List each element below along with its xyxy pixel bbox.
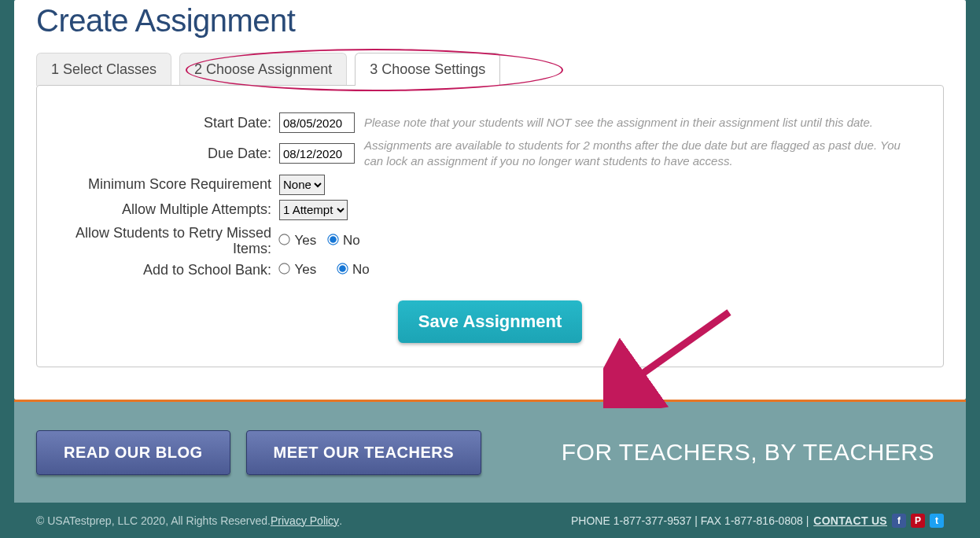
- settings-table: Start Date: Please note that your studen…: [51, 108, 921, 283]
- retry-no-label: No: [343, 233, 360, 248]
- row-retry: Allow Students to Retry Missed Items: Ye…: [51, 225, 921, 257]
- row-attempts: Allow Multiple Attempts: 1 Attempt: [51, 200, 921, 220]
- label-attempts: Allow Multiple Attempts:: [51, 200, 279, 220]
- footer-tagline: FOR TEACHERS, BY TEACHERS: [562, 439, 934, 466]
- privacy-policy-link[interactable]: Privacy Policy: [271, 514, 339, 527]
- bottom-bar: © USATestprep, LLC 2020, All Rights Rese…: [14, 503, 966, 538]
- label-min-score: Minimum Score Requirement: [51, 175, 279, 195]
- pinterest-icon[interactable]: P: [911, 514, 925, 528]
- label-bank: Add to School Bank:: [51, 262, 279, 278]
- copyright-text: © USATestprep, LLC 2020, All Rights Rese…: [36, 514, 271, 527]
- bank-yes-radio[interactable]: [278, 263, 289, 275]
- read-blog-button[interactable]: READ OUR BLOG: [36, 430, 230, 475]
- tab-choose-assignment[interactable]: 2 Choose Assignment: [179, 53, 347, 86]
- row-bank: Add to School Bank: Yes No: [51, 262, 921, 278]
- retry-yes-label: Yes: [294, 233, 316, 248]
- footer-strip: READ OUR BLOG MEET OUR TEACHERS FOR TEAC…: [14, 402, 966, 503]
- tabs-row: 1 Select Classes 2 Choose Assignment 3 C…: [14, 53, 966, 86]
- tab-choose-settings[interactable]: 3 Choose Settings: [355, 53, 500, 86]
- page-title: Create Assignment: [14, 0, 966, 53]
- bank-no-label: No: [352, 262, 370, 277]
- min-score-select[interactable]: None: [279, 175, 325, 195]
- row-start-date: Start Date: Please note that your studen…: [51, 112, 921, 133]
- retry-yes-radio[interactable]: [278, 234, 289, 245]
- retry-no-radio[interactable]: [327, 234, 338, 245]
- bottom-right: PHONE 1-877-377-9537 | FAX 1-877-816-080…: [571, 514, 944, 528]
- bank-yes-label: Yes: [294, 262, 316, 277]
- settings-panel: Start Date: Please note that your studen…: [36, 85, 944, 367]
- tab-select-classes[interactable]: 1 Select Classes: [36, 53, 171, 86]
- hint-start-date: Please note that your students will NOT …: [355, 112, 921, 133]
- phone-fax-text: PHONE 1-877-377-9537 | FAX 1-877-816-080…: [571, 514, 809, 527]
- row-min-score: Minimum Score Requirement None: [51, 175, 921, 195]
- copyright-suffix: .: [339, 514, 342, 527]
- save-assignment-button[interactable]: Save Assignment: [398, 300, 583, 343]
- label-start-date: Start Date:: [51, 112, 279, 133]
- tab-label: 1 Select Classes: [51, 61, 157, 78]
- row-due-date: Due Date: Assignments are available to s…: [51, 138, 921, 170]
- twitter-icon[interactable]: t: [930, 514, 944, 528]
- due-date-input[interactable]: [279, 143, 355, 164]
- label-due-date: Due Date:: [51, 138, 279, 170]
- hint-due-date: Assignments are available to students fo…: [355, 138, 921, 170]
- contact-us-link[interactable]: CONTACT US: [813, 514, 887, 527]
- main-card: Create Assignment 1 Select Classes 2 Cho…: [14, 0, 966, 400]
- meet-teachers-button[interactable]: MEET OUR TEACHERS: [246, 430, 482, 475]
- app-frame: Create Assignment 1 Select Classes 2 Cho…: [0, 0, 980, 538]
- save-row: Save Assignment: [51, 283, 929, 343]
- bank-no-radio[interactable]: [337, 263, 348, 275]
- label-retry: Allow Students to Retry Missed Items:: [51, 225, 279, 257]
- attempts-select[interactable]: 1 Attempt: [279, 200, 348, 220]
- facebook-icon[interactable]: f: [892, 514, 906, 528]
- tab-label: 2 Choose Assignment: [194, 61, 332, 78]
- tab-label: 3 Choose Settings: [370, 61, 485, 78]
- start-date-input[interactable]: [279, 112, 355, 133]
